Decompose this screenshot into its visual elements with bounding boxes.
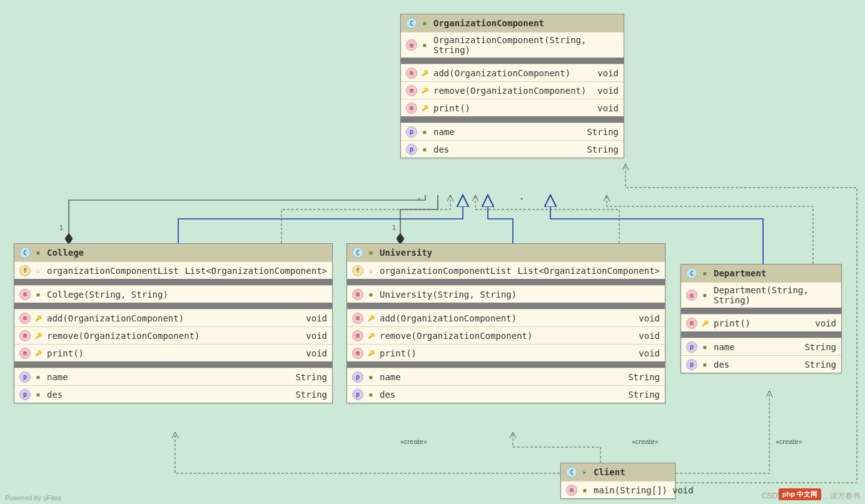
separator: [14, 303, 332, 309]
visibility-icon: [701, 291, 709, 299]
method-ret: void: [301, 331, 327, 341]
separator: [14, 361, 332, 368]
constructor-sig: OrganizationComponent(String, String): [433, 35, 619, 55]
method-ret: void: [592, 68, 619, 78]
footer-brand-logo: php 中文网: [779, 488, 821, 500]
protected-icon: [34, 350, 42, 357]
prop-type: String: [623, 372, 660, 382]
prop-name: des: [47, 390, 290, 400]
property-row: p des String: [681, 355, 841, 373]
property-row: p des String: [14, 385, 332, 403]
method-ret: void: [592, 86, 619, 96]
visibility-icon: [421, 41, 428, 49]
constructor-row: m Department(String, String): [681, 282, 841, 308]
prop-type: String: [290, 372, 327, 382]
abstract-icon: [421, 19, 428, 27]
method-sig: remove(OrganizationComponent): [433, 86, 592, 96]
method-icon: m: [406, 68, 417, 79]
method-icon: m: [566, 485, 577, 496]
method-sig: add(OrganizationComponent): [433, 68, 592, 78]
label-create-2: «create»: [632, 438, 659, 445]
class-university: C University f organizationComponentList…: [347, 243, 665, 403]
prop-name: name: [433, 127, 582, 137]
separator: [681, 308, 841, 314]
protected-icon: [421, 87, 428, 94]
class-title: College: [47, 248, 327, 258]
method-row: m main(String[]) void: [561, 481, 675, 498]
method-icon: m: [686, 318, 697, 329]
method-icon: m: [352, 348, 363, 359]
separator: [347, 279, 665, 285]
property-icon: p: [406, 144, 417, 155]
visibility-icon: [701, 270, 709, 277]
method-row: m print() void: [347, 344, 665, 361]
class-title: University: [380, 248, 660, 258]
method-sig: remove(OrganizationComponent): [47, 331, 301, 341]
property-row: p des String: [401, 140, 624, 158]
prop-name: name: [380, 372, 623, 382]
separator: [401, 58, 624, 64]
field-row: f organizationComponentList List<Organiz…: [14, 261, 332, 279]
visibility-icon: [367, 267, 375, 275]
label-one-2: 1: [392, 224, 396, 231]
visibility-icon: [34, 249, 42, 256]
property-row: p des String: [347, 385, 665, 403]
constructor-sig: University(String, String): [380, 290, 660, 300]
visibility-icon: [421, 146, 428, 153]
protected-icon: [34, 332, 42, 340]
property-icon: p: [352, 371, 363, 383]
property-icon: p: [352, 389, 363, 400]
method-row: m remove(OrganizationComponent) void: [14, 326, 332, 344]
constructor-sig: Department(String, String): [714, 285, 836, 305]
method-icon: m: [406, 39, 417, 51]
prop-type: String: [582, 127, 619, 137]
label-many-2: *: [520, 196, 523, 204]
visibility-icon: [581, 486, 589, 494]
method-sig: add(OrganizationComponent): [380, 313, 634, 323]
method-ret: void: [667, 485, 694, 495]
method-row: m remove(OrganizationComponent) void: [347, 326, 665, 344]
prop-type: String: [582, 144, 619, 154]
label-create-3: «create»: [776, 438, 802, 445]
field-icon: f: [19, 265, 31, 276]
class-title: OrganizationComponent: [433, 18, 619, 28]
prop-name: des: [433, 144, 582, 154]
visibility-icon: [701, 343, 709, 351]
method-sig: print(): [714, 318, 810, 328]
class-header: C Client: [561, 463, 675, 481]
prop-type: String: [799, 360, 836, 370]
protected-icon: [421, 104, 428, 112]
method-row: m add(OrganizationComponent) void: [347, 309, 665, 326]
visibility-icon: [367, 249, 375, 256]
footer-powered-by: Powered by yFiles: [5, 494, 61, 501]
method-icon: m: [19, 313, 31, 324]
method-row: m print() void: [401, 99, 624, 116]
method-row: m print() void: [14, 344, 332, 361]
field-row: f organizationComponentList List<Organiz…: [347, 261, 665, 279]
protected-icon: [421, 69, 428, 77]
constructor-row: m University(String, String): [347, 285, 665, 303]
method-ret: void: [301, 348, 327, 358]
property-icon: p: [406, 126, 417, 138]
property-row: p name String: [347, 368, 665, 385]
prop-name: name: [714, 342, 799, 352]
separator: [14, 279, 332, 285]
method-icon: m: [406, 85, 417, 96]
method-sig: print(): [433, 103, 592, 113]
visibility-icon: [34, 373, 42, 381]
constructor-sig: College(String, String): [47, 290, 327, 300]
method-ret: void: [592, 103, 619, 113]
prop-type: String: [799, 342, 836, 352]
method-icon: m: [19, 330, 31, 341]
field-icon: f: [352, 265, 363, 276]
prop-name: des: [714, 360, 799, 370]
separator: [401, 116, 624, 123]
class-header: C College: [14, 244, 332, 261]
visibility-icon: [701, 361, 709, 368]
method-sig: main(String[]): [594, 485, 667, 495]
class-icon: C: [566, 466, 577, 478]
protected-icon: [367, 332, 375, 340]
method-sig: add(OrganizationComponent): [47, 313, 301, 323]
class-header: C Department: [681, 265, 841, 282]
class-icon: C: [19, 247, 31, 258]
